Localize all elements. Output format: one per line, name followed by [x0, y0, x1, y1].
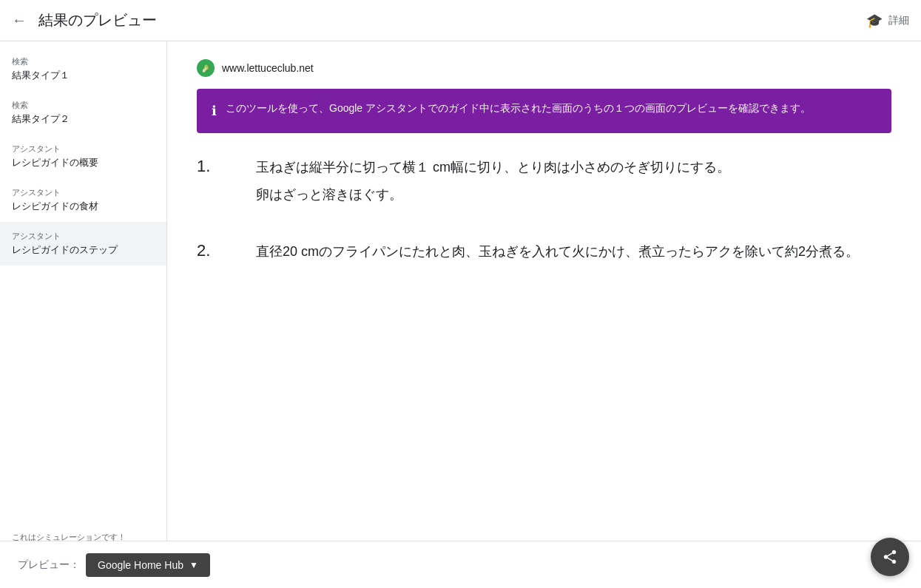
header-right: 🎓 詳細: [866, 13, 909, 29]
sidebar-label-1: 結果タイプ１: [12, 69, 155, 82]
sidebar-item-search-type2[interactable]: 検索 結果タイプ２: [0, 91, 166, 135]
sidebar-category-5: アシスタント: [12, 231, 155, 242]
sidebar-item-recipe-ingredients[interactable]: アシスタント レシピガイドの食材: [0, 178, 166, 222]
info-banner-text: このツールを使って、Google アシスタントでのガイド中に表示された画面のうち…: [226, 101, 811, 116]
step-2: 2. 直径20 cmのフライパンにたれと肉、玉ねぎを入れて火にかけ、煮立ったらア…: [197, 241, 891, 263]
sidebar-item-recipe-overview[interactable]: アシスタント レシピガイドの概要: [0, 135, 166, 178]
sidebar-label-3: レシピガイドの概要: [12, 156, 155, 169]
bottom-bar: プレビュー： Google Home Hub ▼: [0, 541, 921, 588]
step-number-2: 2.: [197, 241, 226, 260]
header: ← 結果のプレビュー 🎓 詳細: [0, 0, 921, 41]
step-number-1: 1.: [197, 157, 226, 176]
info-icon: ℹ: [212, 101, 217, 121]
sidebar-category-1: 検索: [12, 56, 155, 67]
sidebar: 検索 結果タイプ１ 検索 結果タイプ２ アシスタント レシピガイドの概要 アシス…: [0, 41, 167, 588]
sidebar-category-3: アシスタント: [12, 143, 155, 155]
step-content-1: 玉ねぎは縦半分に切って横１ cm幅に切り、とり肉は小さめのそぎ切りにする。 卵は…: [256, 157, 730, 206]
step-2-line-1: 直径20 cmのフライパンにたれと肉、玉ねぎを入れて火にかけ、煮立ったらアクを除…: [256, 241, 859, 263]
main-layout: 検索 結果タイプ１ 検索 結果タイプ２ アシスタント レシピガイドの概要 アシス…: [0, 41, 921, 588]
sidebar-item-recipe-steps[interactable]: アシスタント レシピガイドのステップ: [0, 222, 166, 266]
site-url: www.lettuceclub.net: [222, 62, 314, 74]
share-fab-button[interactable]: [871, 538, 909, 576]
site-url-row: 🥬 www.lettuceclub.net: [197, 59, 891, 77]
sidebar-label-5: レシピガイドのステップ: [12, 243, 155, 257]
dropdown-arrow-icon: ▼: [189, 560, 198, 570]
step-1-line-1: 玉ねぎは縦半分に切って横１ cm幅に切り、とり肉は小さめのそぎ切りにする。: [256, 157, 730, 178]
detail-label[interactable]: 詳細: [888, 14, 909, 27]
page-title: 結果のプレビュー: [38, 10, 866, 30]
detail-icon: 🎓: [866, 13, 883, 29]
svg-text:🥬: 🥬: [201, 64, 211, 73]
step-1-line-2: 卵はざっと溶きほぐす。: [256, 184, 730, 206]
sidebar-label-4: レシピガイドの食材: [12, 200, 155, 213]
step-content-2: 直径20 cmのフライパンにたれと肉、玉ねぎを入れて火にかけ、煮立ったらアクを除…: [256, 241, 859, 263]
info-banner: ℹ このツールを使って、Google アシスタントでのガイド中に表示された画面の…: [197, 89, 891, 133]
preview-label: プレビュー：: [18, 558, 80, 572]
sidebar-item-search-type1[interactable]: 検索 結果タイプ１: [0, 47, 166, 91]
device-dropdown[interactable]: Google Home Hub ▼: [86, 553, 210, 577]
content-area: 🥬 www.lettuceclub.net ℹ このツールを使って、Google…: [167, 41, 921, 588]
back-button[interactable]: ←: [12, 12, 27, 29]
sidebar-category-4: アシスタント: [12, 187, 155, 198]
step-1: 1. 玉ねぎは縦半分に切って横１ cm幅に切り、とり肉は小さめのそぎ切りにする。…: [197, 157, 891, 206]
sidebar-category-2: 検索: [12, 100, 155, 111]
site-favicon: 🥬: [197, 59, 215, 77]
sidebar-label-2: 結果タイプ２: [12, 112, 155, 126]
device-label: Google Home Hub: [98, 559, 183, 571]
